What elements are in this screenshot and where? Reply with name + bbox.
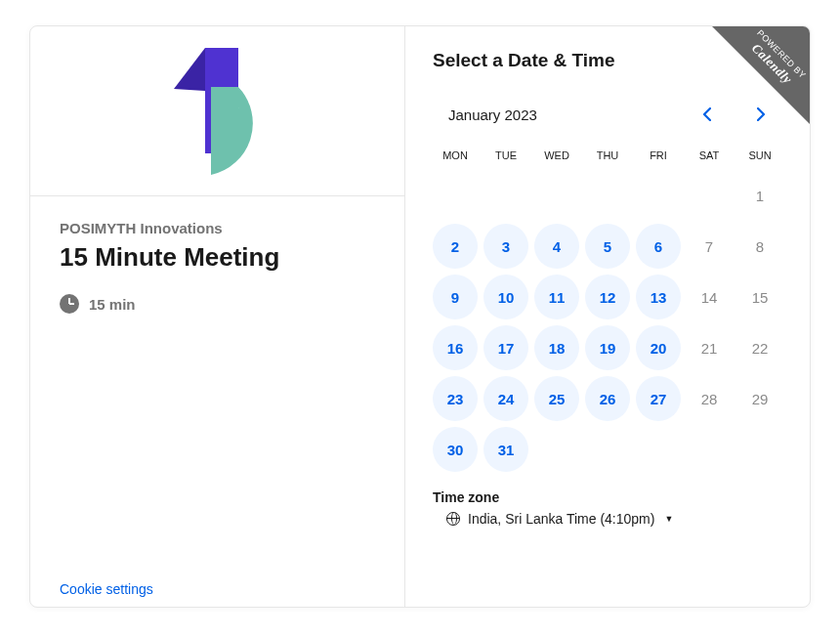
calendar-day-available[interactable]: 24: [483, 376, 528, 421]
calendar-day-available[interactable]: 25: [534, 376, 579, 421]
calendar-day-unavailable: 7: [687, 224, 732, 269]
calendar-day-available[interactable]: 9: [433, 275, 478, 319]
calendar-day-available[interactable]: 2: [433, 224, 478, 269]
calendar-day-unavailable: 8: [737, 224, 782, 269]
timezone-value: India, Sri Lanka Time (4:10pm): [468, 511, 654, 527]
chevron-left-icon: [702, 107, 711, 121]
left-panel: POSIMYTH Innovations 15 Minute Meeting 1…: [30, 26, 405, 607]
calendar-day-available[interactable]: 31: [483, 427, 528, 472]
weekday-label: SAT: [687, 142, 732, 169]
calendar-day-available[interactable]: 30: [433, 427, 478, 472]
timezone-selector[interactable]: India, Sri Lanka Time (4:10pm) ▼: [433, 511, 782, 527]
cookie-settings-link[interactable]: Cookie settings: [60, 581, 153, 597]
meeting-duration: 15 min: [60, 294, 375, 314]
calendar-day-available[interactable]: 16: [433, 325, 478, 370]
calendar-day-available[interactable]: 18: [534, 325, 579, 370]
weekday-label: WED: [534, 142, 579, 169]
calendar-day-available[interactable]: 13: [636, 275, 681, 319]
meeting-title: 15 Minute Meeting: [60, 242, 375, 273]
calendar-day-available[interactable]: 4: [534, 224, 579, 269]
calendar-day-available[interactable]: 6: [636, 224, 681, 269]
calendar-day-available[interactable]: 3: [483, 224, 528, 269]
calendar-day-available[interactable]: 27: [636, 376, 681, 421]
month-label: January 2023: [448, 106, 537, 123]
calendar-day-available[interactable]: 12: [585, 275, 630, 319]
globe-icon: [446, 512, 460, 526]
calendar-day-unavailable: 15: [737, 275, 782, 319]
clock-icon: [60, 294, 79, 314]
scheduler-card: POSIMYTH Innovations 15 Minute Meeting 1…: [29, 25, 811, 608]
right-panel: POWERED BY Calendly Select a Date & Time…: [405, 26, 810, 607]
weekday-label: SUN: [737, 142, 782, 169]
calendar-day-available[interactable]: 26: [585, 376, 630, 421]
calendar-day-available[interactable]: 17: [483, 325, 528, 370]
calendar-day-available[interactable]: 20: [636, 325, 681, 370]
calendar-day-available[interactable]: 23: [433, 376, 478, 421]
calendar-grid: 1234567891011121314151617181920212223242…: [433, 173, 782, 472]
calendar-day-unavailable: 14: [687, 275, 732, 319]
brand-logo-icon: [164, 48, 272, 175]
calendar-day-unavailable: 21: [687, 325, 732, 370]
weekday-label: TUE: [483, 142, 528, 169]
svg-rect-1: [211, 87, 238, 153]
meeting-details: POSIMYTH Innovations 15 Minute Meeting 1…: [30, 196, 404, 314]
caret-down-icon: ▼: [664, 514, 673, 524]
calendar-day-unavailable: 22: [737, 325, 782, 370]
calendar-day-unavailable: 28: [687, 376, 732, 421]
calendar-day-unavailable: 1: [737, 173, 782, 218]
logo-area: [30, 26, 404, 196]
calendar-day-available[interactable]: 19: [585, 325, 630, 370]
organization-name: POSIMYTH Innovations: [60, 220, 375, 236]
weekday-label: FRI: [636, 142, 681, 169]
weekday-row: MONTUEWEDTHUFRISATSUN: [433, 142, 782, 169]
weekday-label: MON: [433, 142, 478, 169]
duration-text: 15 min: [89, 296, 136, 313]
weekday-label: THU: [585, 142, 630, 169]
calendar-day-available[interactable]: 11: [534, 275, 579, 319]
timezone-heading: Time zone: [433, 489, 782, 505]
calendar-day-available[interactable]: 5: [585, 224, 630, 269]
calendar-day-unavailable: 29: [737, 376, 782, 421]
calendar-day-available[interactable]: 10: [483, 275, 528, 319]
